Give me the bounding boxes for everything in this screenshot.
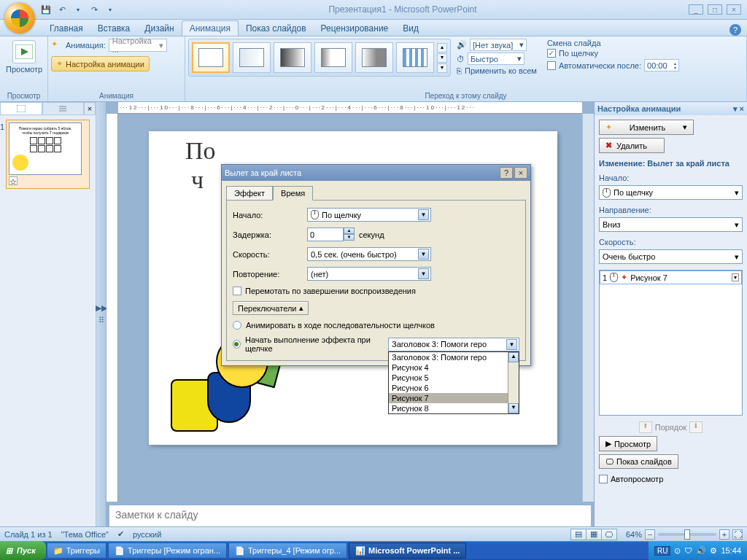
zoom-percent[interactable]: 64%	[626, 530, 642, 539]
start-button[interactable]: ⊞Пуск	[0, 541, 46, 560]
help-icon[interactable]: ?	[729, 24, 741, 36]
tab-slideshow[interactable]: Показ слайдов	[239, 21, 314, 36]
chevron-down-icon[interactable]: ▼	[418, 249, 429, 260]
play-button[interactable]: ▶Просмотр	[599, 436, 657, 451]
taskbar-item-powerpoint[interactable]: 📊Microsoft PowerPoint ...	[349, 542, 466, 559]
taskbar-item-word2[interactable]: 📄Триггеры_4 [Режим огр...	[228, 542, 347, 559]
language-indicator[interactable]: RU	[654, 546, 670, 556]
tab-review[interactable]: Рецензирование	[314, 21, 396, 36]
chevron-down-icon[interactable]: ▼	[506, 339, 517, 350]
minimize-button[interactable]: _	[689, 4, 703, 15]
fit-window-button[interactable]: ⛶	[732, 529, 743, 540]
qat-undo-icon[interactable]: ↶	[55, 3, 69, 16]
direction-combo[interactable]: Вниз▾	[599, 217, 743, 232]
normal-view-button[interactable]: ▤	[570, 529, 587, 540]
transition-item[interactable]	[314, 42, 352, 73]
dialog-close-button[interactable]: ×	[514, 167, 527, 179]
sorter-view-button[interactable]: ▦	[586, 529, 602, 540]
transition-speed-combo[interactable]: Быстро▾	[468, 52, 525, 65]
tray-icon[interactable]: ⊙	[674, 546, 681, 556]
change-effect-button[interactable]: ✦ Изменить▾	[599, 120, 694, 135]
tray-icon[interactable]: ⚙	[710, 546, 717, 556]
zoom-out-button[interactable]: −	[645, 529, 655, 540]
transition-gallery[interactable]: ▴▾▾	[188, 39, 451, 77]
tab-animation[interactable]: Анимация	[182, 20, 239, 36]
dlg-start-combo[interactable]: По щелчку ▼	[307, 208, 431, 222]
dlg-delay-spinner[interactable]: ▲▼	[307, 228, 355, 241]
close-button[interactable]: ×	[727, 4, 741, 15]
tab-insert[interactable]: Вставка	[90, 21, 138, 36]
panel-collapse-handle[interactable]: ▶▶ ⠿	[96, 102, 107, 526]
zoom-in-button[interactable]: +	[719, 529, 729, 540]
taskbar-item-word1[interactable]: 📄Триггеры [Режим огран...	[108, 542, 227, 559]
transition-gallery-scroll[interactable]: ▴▾▾	[437, 43, 447, 73]
slide-thumbnail-1[interactable]: 1 Помоги герою собрать 5 яблок,чтобы пол…	[6, 120, 90, 189]
tab-view[interactable]: Вид	[395, 21, 426, 36]
dlg-rewind-checkbox[interactable]	[233, 287, 241, 295]
qat-redo-icon[interactable]: ↷	[88, 3, 101, 16]
speed-combo[interactable]: Очень быстро▾	[599, 249, 743, 264]
move-up-button[interactable]: ⬆	[639, 421, 652, 433]
anim-item-menu[interactable]: ▾	[732, 273, 739, 281]
animation-list[interactable]: 1 ✦ Рисунок 7 ▾	[599, 270, 743, 416]
dropdown-option[interactable]: Рисунок 7	[389, 393, 519, 403]
auto-after-time[interactable]: 00:00▴▾	[644, 59, 679, 71]
tab-design[interactable]: Дизайн	[137, 21, 181, 36]
dropdown-option[interactable]: Рисунок 5	[389, 373, 519, 383]
vertical-scrollbar[interactable]	[582, 114, 594, 502]
dialog-help-button[interactable]: ?	[500, 167, 513, 179]
dlg-trigger-dropdown-list[interactable]: Заголовок 3: Помоги геро Рисунок 4 Рисун…	[388, 351, 519, 414]
pane-menu-icon[interactable]: ▾	[733, 104, 738, 113]
spin-down-icon[interactable]: ▼	[344, 234, 355, 241]
qat-customize-icon[interactable]: ▾	[104, 3, 117, 16]
slideshow-button[interactable]: 🖵Показ слайдов	[599, 454, 678, 469]
pane-close-icon[interactable]: ×	[740, 104, 744, 113]
transition-item[interactable]	[233, 42, 271, 73]
move-down-button[interactable]: ⬇	[689, 421, 703, 433]
outline-tab[interactable]	[42, 102, 85, 115]
preview-button[interactable]: Просмотр	[3, 39, 45, 75]
remove-effect-button[interactable]: ✖ Удалить	[599, 138, 665, 153]
chevron-down-icon[interactable]: ▼	[418, 268, 429, 279]
dlg-radio-sequence[interactable]	[233, 321, 241, 330]
transition-item[interactable]	[396, 42, 434, 73]
notes-pane[interactable]: Заметки к слайду	[109, 505, 591, 526]
apply-to-all-button[interactable]: ⎘Применить ко всем	[457, 66, 537, 75]
transition-sound-combo[interactable]: [Нет звука]▾	[470, 39, 527, 51]
tray-icon[interactable]: 🔊	[696, 546, 706, 556]
transition-item[interactable]	[355, 42, 393, 73]
animation-item[interactable]: 1 ✦ Рисунок 7 ▾	[600, 271, 742, 284]
spellcheck-icon[interactable]: ✔	[117, 529, 124, 539]
dialog-titlebar[interactable]: Вылет за край листа ?×	[222, 165, 530, 181]
chevron-down-icon[interactable]: ▼	[418, 209, 429, 220]
dlg-delay-input[interactable]	[307, 228, 344, 241]
start-combo[interactable]: По щелчку▾	[599, 185, 743, 200]
autopreview-checkbox[interactable]	[599, 475, 608, 483]
transition-item[interactable]	[274, 42, 311, 73]
dlg-trigger-combo[interactable]: Заголовок 3: Помоги геро ▼	[388, 338, 519, 351]
qat-save-icon[interactable]: 💾	[39, 3, 53, 16]
slideshow-view-button[interactable]: 🖵	[601, 529, 617, 540]
dropdown-option[interactable]: Рисунок 8	[389, 403, 519, 413]
office-button[interactable]	[4, 3, 35, 34]
on-click-checkbox[interactable]: ✓	[547, 49, 556, 58]
auto-after-checkbox[interactable]	[547, 61, 556, 70]
animate-combo[interactable]: Настройка ...▾	[109, 39, 167, 52]
dropdown-option[interactable]: Рисунок 4	[389, 362, 519, 373]
dlg-speed-combo[interactable]: 0,5 сек. (очень быстро)▼	[307, 247, 431, 261]
custom-animation-button[interactable]: ✦ Настройка анимации	[51, 56, 150, 71]
transition-none[interactable]	[192, 42, 230, 73]
tray-icon[interactable]: 🛡	[684, 546, 692, 555]
dlg-triggers-button[interactable]: Переключатели▴	[233, 301, 309, 315]
dlg-repeat-combo[interactable]: (нет)▼	[307, 267, 431, 281]
taskbar-item-folder[interactable]: 📁Триггеры	[47, 542, 107, 559]
zoom-slider[interactable]	[658, 533, 716, 536]
dropdown-option[interactable]: Рисунок 6	[389, 383, 519, 393]
qat-undo-more-icon[interactable]: ▾	[71, 3, 85, 16]
dialog-tab-effect[interactable]: Эффект	[226, 186, 273, 201]
tab-home[interactable]: Главная	[42, 21, 90, 36]
status-language[interactable]: русский	[133, 530, 161, 539]
dropdown-option[interactable]: Заголовок 3: Помоги геро	[389, 352, 519, 362]
slides-tab[interactable]	[0, 102, 42, 115]
dialog-tab-timing[interactable]: Время	[273, 186, 313, 201]
